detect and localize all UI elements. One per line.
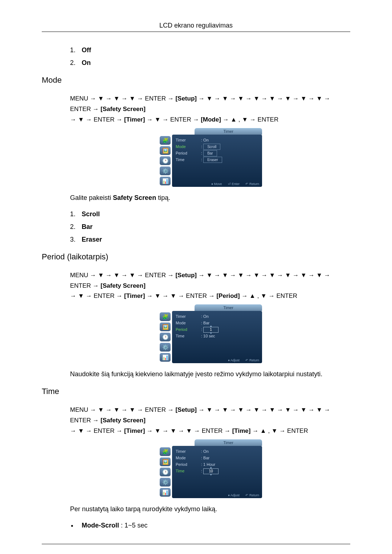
list-item: Bar — [77, 223, 350, 231]
text: tipą. — [156, 194, 170, 201]
osd-icon-sound: 🕑 — [160, 333, 171, 341]
mode-description: Galite pakeisti Safety Screen tipą. — [70, 194, 350, 202]
option-off: Off — [82, 46, 91, 54]
osd-row-label: Timer — [176, 448, 198, 455]
list-item: Scroll — [77, 210, 350, 218]
divider-top — [42, 32, 350, 32]
text: Galite pakeisti — [70, 194, 113, 201]
nav-timer: [Timer] — [124, 427, 145, 434]
dropdown-option: Eraser — [203, 157, 222, 163]
mode-options-list: Scroll Bar Eraser — [77, 210, 350, 243]
time-bullet-list: Mode-Scroll : 1~5 sec — [77, 522, 350, 529]
osd-row: Mode : Scroll — [176, 143, 258, 150]
osd-icon-multi: 📊 — [160, 488, 171, 497]
list-item: Eraser — [77, 236, 350, 243]
osd-row-value: : Bar — [201, 455, 209, 461]
osd-icon-setup: ⚙️ — [160, 343, 171, 352]
nav-path-time: MENU → ▼ → ▼ → ▼ → ENTER → [Setup] → ▼ →… — [70, 405, 350, 436]
osd-body: Timer : On Mode : Scroll Period : Bar — [172, 135, 262, 187]
osd-panel-time: Timer 🧩 🖼️ 🕑 ⚙️ 📊 Timer : On Mode : Bar — [158, 439, 262, 498]
nav-time: [Time] — [232, 427, 251, 434]
heading-mode: Mode — [42, 75, 350, 85]
heading-time: Time — [42, 387, 350, 396]
osd-icon-sound: 🕑 — [160, 468, 171, 476]
osd-row: Timer : On — [176, 448, 258, 455]
page: LCD ekrano reguliavimas Off On Mode MENU… — [0, 0, 392, 554]
osd-dropdown[interactable]: : Scroll — [201, 143, 220, 150]
list-item: Mode-Scroll : 1~5 sec — [77, 522, 350, 529]
osd-icon-multi: 📊 — [160, 353, 171, 362]
option-eraser: Eraser — [82, 236, 102, 243]
period-description: Naudokite šią funkciją kiekvieno laikmat… — [70, 370, 350, 378]
osd-sidebar-icons: 🧩 🖼️ 🕑 ⚙️ 📊 — [158, 128, 172, 187]
osd-row: Time : Eraser — [176, 156, 258, 163]
osd-foot-hint: ♦ Adjust — [228, 493, 240, 497]
osd-row-label: Timer — [176, 313, 198, 320]
nav-path-mode: MENU → ▼ → ▼ → ▼ → ENTER → [Setup] → ▼ →… — [70, 94, 350, 125]
divider-bottom — [42, 544, 350, 544]
list-item: On — [77, 59, 350, 67]
text: : 1~5 sec — [119, 522, 148, 529]
osd-row-value: : 10 sec — [201, 333, 215, 339]
osd-row-label-selected: Mode — [176, 143, 198, 150]
osd-row-label-selected: Time — [176, 468, 198, 474]
osd-row: Period : Bar — [176, 150, 258, 156]
osd-sidebar-icons: 🧩 🖼️ 🕑 ⚙️ 📊 — [158, 304, 172, 363]
osd-foot-hint: ↶ Return — [245, 493, 259, 497]
nav-setup: [Setup] — [175, 272, 197, 279]
osd-dropdown-suboption: : Eraser — [201, 156, 222, 163]
osd-row: Mode : Bar — [176, 455, 258, 461]
nav-safety-screen: [Safety Screen] — [101, 417, 146, 424]
osd-icon-input: 🧩 — [160, 136, 171, 145]
nav-timer: [Timer] — [124, 116, 145, 123]
osd-spinner[interactable]: 10 — [203, 468, 219, 474]
time-description: Per nustatytą laiko tarpą nurodykite vyk… — [70, 505, 350, 513]
osd-row-label: Time — [176, 156, 198, 163]
osd-sidebar-icons: 🧩 🖼️ 🕑 ⚙️ 📊 — [158, 439, 172, 498]
osd-foot-hint: ♦ Adjust — [228, 358, 240, 362]
osd-icon-input: 🧩 — [160, 447, 171, 456]
osd-body: Timer : On Mode : Bar Period : 1 Hour Ti… — [172, 446, 262, 498]
osd-row: Timer : On — [176, 137, 258, 143]
osd-panel-mode: Timer 🧩 🖼️ 🕑 ⚙️ 📊 Timer : On Mode : Scro… — [158, 128, 262, 187]
nav-period: [Period] — [216, 292, 240, 299]
osd-row-label: Mode — [176, 320, 198, 326]
osd-footer: ♦ Adjust ↶ Return — [223, 358, 259, 362]
osd-row-value: : On — [201, 313, 209, 320]
option-on: On — [82, 59, 91, 66]
page-header: LCD ekrano reguliavimas — [42, 22, 350, 29]
option-bar: Bar — [82, 223, 93, 230]
osd-row: Timer : On — [176, 313, 258, 320]
heading-period: Period (laikotarpis) — [42, 252, 350, 262]
osd-row-label: Period — [176, 150, 198, 156]
osd-foot-hint: ⏎ Enter — [228, 182, 240, 186]
osd-foot-hint: ↶ Return — [245, 182, 259, 186]
nav-mode: [Mode] — [201, 116, 221, 123]
list-item: Off — [77, 46, 350, 54]
nav-setup: [Setup] — [175, 95, 197, 102]
osd-icon-picture: 🖼️ — [160, 457, 171, 466]
nav-setup: [Setup] — [175, 406, 197, 413]
nav-safety-screen: [Safety Screen] — [101, 106, 146, 112]
dropdown-option[interactable]: Scroll — [203, 144, 220, 150]
osd-foot-hint: ♦ Move — [211, 182, 222, 186]
osd-title: Timer — [195, 304, 262, 311]
osd-icon-input: 🧩 — [160, 312, 171, 321]
osd-row-label: Mode — [176, 455, 198, 461]
osd-title: Timer — [195, 439, 262, 446]
osd-icon-picture: 🖼️ — [160, 323, 171, 331]
osd-spinner[interactable]: 1 — [203, 327, 219, 333]
dropdown-option: Bar — [203, 150, 217, 156]
osd-row-label: Timer — [176, 137, 198, 143]
osd-icon-picture: 🖼️ — [160, 146, 171, 155]
osd-panel-period: Timer 🧩 🖼️ 🕑 ⚙️ 📊 Timer : On Mode : Bar — [158, 304, 262, 363]
osd-footer: ♦ Adjust ↶ Return — [223, 493, 259, 497]
nav-timer: [Timer] — [124, 292, 145, 299]
text-bold: Mode-Scroll — [82, 522, 119, 529]
osd-row-label: Period — [176, 461, 198, 468]
osd-title: Timer — [195, 128, 262, 135]
nav-safety-screen: [Safety Screen] — [101, 282, 146, 289]
osd-dropdown-suboption: : Bar — [201, 150, 217, 156]
text-bold: Safety Screen — [113, 194, 156, 201]
osd-icon-multi: 📊 — [160, 177, 171, 185]
